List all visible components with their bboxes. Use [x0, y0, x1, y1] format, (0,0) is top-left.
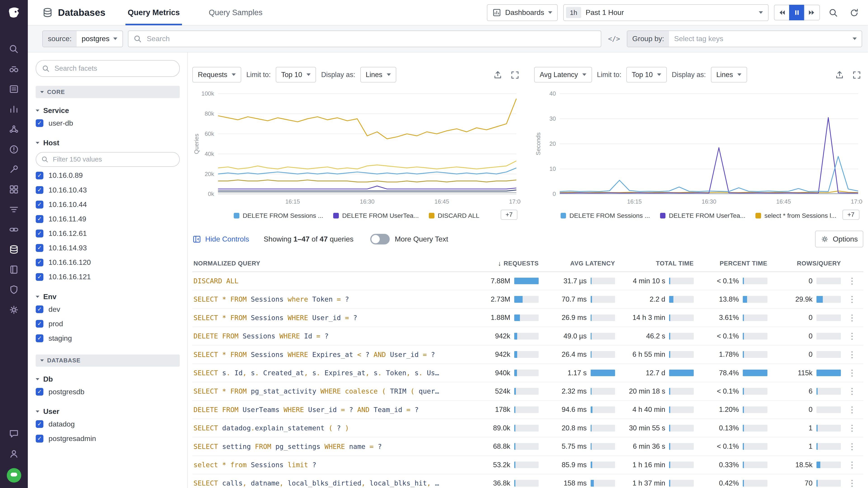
checkbox-checked-icon[interactable]: ✓ [36, 186, 43, 194]
export-icon[interactable] [491, 68, 503, 80]
checkbox-checked-icon[interactable]: ✓ [36, 172, 43, 180]
normalized-query-cell[interactable]: SELECT s. Id, s. Created_at, s. Expires_… [192, 369, 471, 377]
row-menu-icon[interactable]: ⋮ [841, 294, 863, 304]
table-row[interactable]: SELECT datadog.explain_statement ( ? )89… [192, 419, 863, 437]
normalized-query-cell[interactable]: DELETE FROM UserTeams WHERE User_id = ? … [192, 406, 471, 414]
checkbox-checked-icon[interactable]: ✓ [36, 305, 43, 313]
row-menu-icon[interactable]: ⋮ [841, 313, 863, 323]
legend-more-badge[interactable]: +7 [501, 210, 518, 220]
row-menu-icon[interactable]: ⋮ [841, 460, 863, 470]
checkbox-checked-icon[interactable]: ✓ [36, 201, 43, 208]
row-menu-icon[interactable]: ⋮ [841, 276, 863, 286]
user-avatar[interactable] [7, 468, 21, 483]
limit-dropdown[interactable]: Top 10 [626, 67, 667, 83]
table-row[interactable]: DELETE FROM Sessions WHERE Id = ?942k49.… [192, 327, 863, 346]
legend-more-badge[interactable]: +7 [842, 210, 859, 220]
normalized-query-cell[interactable]: DELETE FROM Sessions WHERE Id = ? [192, 332, 471, 340]
tab-query-metrics[interactable]: Query Metrics [125, 0, 182, 25]
export-icon[interactable] [833, 68, 845, 80]
security-icon[interactable] [8, 284, 20, 296]
facet-value-item[interactable]: ✓10.16.12.61 [36, 226, 180, 240]
table-row[interactable]: SELECT * FROM Sessions where Token = ?2.… [192, 290, 863, 308]
table-row[interactable]: select * from Sessions limit ?53.2k85.9 … [192, 456, 863, 474]
row-menu-icon[interactable]: ⋮ [841, 350, 863, 359]
row-menu-icon[interactable]: ⋮ [841, 423, 863, 433]
normalized-query-cell[interactable]: select * from Sessions limit ? [192, 461, 471, 469]
normalized-query-cell[interactable]: SELECT calls, datname, local_blks_dirtie… [192, 479, 471, 487]
checkbox-checked-icon[interactable]: ✓ [36, 119, 43, 127]
account-icon[interactable] [8, 448, 20, 460]
synthetics-icon[interactable] [8, 163, 20, 175]
checkbox-checked-icon[interactable]: ✓ [36, 420, 43, 428]
facet-value-item[interactable]: ✓10.16.16.120 [36, 255, 180, 270]
checkbox-checked-icon[interactable]: ✓ [36, 435, 43, 443]
row-menu-icon[interactable]: ⋮ [841, 478, 863, 488]
facet-filter-input[interactable] [52, 155, 174, 164]
hide-controls-button[interactable]: Hide Controls [192, 235, 249, 243]
facet-search-input[interactable] [53, 64, 174, 73]
pause-button[interactable] [789, 5, 805, 20]
normalized-query-cell[interactable]: SELECT * FROM pg_stat_activity WHERE coa… [192, 387, 471, 395]
column-header-rows-query[interactable]: ROWS/QUERY [767, 260, 841, 267]
table-row[interactable]: DELETE FROM UserTeams WHERE User_id = ? … [192, 401, 863, 419]
row-menu-icon[interactable]: ⋮ [841, 386, 863, 396]
facet-section-header[interactable]: DATABASE [36, 355, 180, 367]
settings-icon[interactable] [8, 304, 20, 316]
source-filter[interactable]: source: postgres [42, 31, 123, 47]
facet-value-item[interactable]: ✓user-db [36, 116, 180, 130]
facet-value-item[interactable]: ✓postgresdb [36, 385, 180, 399]
legend-item[interactable]: DELETE FROM Sessions ... [561, 212, 650, 219]
legend-item[interactable]: DELETE FROM UserTea... [333, 212, 418, 219]
facet-value-item[interactable]: ✓prod [36, 317, 180, 331]
toggle-switch[interactable] [370, 234, 390, 245]
checkbox-checked-icon[interactable]: ✓ [36, 244, 43, 252]
checkbox-checked-icon[interactable]: ✓ [36, 215, 43, 223]
column-header-percent-time[interactable]: PERCENT TIME [694, 260, 767, 267]
legend-item[interactable]: select * from Sessions l... [755, 212, 836, 219]
normalized-query-cell[interactable]: SELECT * FROM Sessions where Token = ? [192, 295, 471, 303]
display-dropdown[interactable]: Lines [360, 67, 397, 83]
checkbox-checked-icon[interactable]: ✓ [36, 259, 43, 267]
normalized-query-cell[interactable]: SELECT setting FROM pg_settings WHERE na… [192, 443, 471, 451]
options-button[interactable]: Options [815, 231, 863, 248]
facet-group-header[interactable]: User [36, 406, 180, 417]
search-input[interactable] [146, 34, 596, 43]
tab-query-samples[interactable]: Query Samples [207, 0, 265, 25]
help-icon[interactable] [8, 427, 20, 440]
group-by-select[interactable]: Group by: Select tag keys [627, 31, 862, 47]
dashboards-button[interactable]: Dashboards [487, 4, 558, 21]
table-row[interactable]: SELECT s. Id, s. Created_at, s. Expires_… [192, 364, 863, 382]
events-icon[interactable] [8, 83, 20, 95]
checkbox-checked-icon[interactable]: ✓ [36, 230, 43, 237]
requests-line-chart[interactable]: 0k20k40k60k80k100k16:1516:3016:4517:00Qu… [192, 89, 521, 207]
facet-group-header[interactable]: Env [36, 291, 180, 302]
facet-group-header[interactable]: Service [36, 105, 180, 116]
table-row[interactable]: SELECT calls, datname, local_blks_dirtie… [192, 474, 863, 488]
more-query-text-toggle[interactable]: More Query Text [370, 234, 448, 245]
row-menu-icon[interactable]: ⋮ [841, 331, 863, 341]
network-icon[interactable] [8, 123, 20, 135]
metrics-icon[interactable] [8, 103, 20, 115]
checkbox-checked-icon[interactable]: ✓ [36, 320, 43, 328]
databases-icon[interactable] [8, 243, 20, 256]
limit-dropdown[interactable]: Top 10 [276, 67, 316, 83]
facet-value-item[interactable]: ✓staging [36, 331, 180, 346]
facet-value-item[interactable]: ✓postgresadmin [36, 431, 180, 446]
latency-line-chart[interactable]: 01020304016:1516:3016:4517:00Seconds [534, 89, 863, 207]
expand-icon[interactable] [508, 68, 521, 80]
expand-icon[interactable] [850, 68, 863, 80]
normalized-query-cell[interactable]: SELECT * FROM Sessions WHERE User_id = ? [192, 314, 471, 322]
row-menu-icon[interactable]: ⋮ [841, 405, 863, 415]
facet-value-item[interactable]: ✓10.16.0.89 [36, 168, 180, 183]
metric-dropdown[interactable]: Requests [192, 67, 241, 83]
column-header-avg-latency[interactable]: AVG LATENCY [539, 260, 615, 267]
facet-value-item[interactable]: ✓dev [36, 302, 180, 317]
table-row[interactable]: SELECT * FROM Sessions WHERE Expires_at … [192, 346, 863, 364]
refresh-button[interactable] [846, 5, 862, 20]
checkbox-checked-icon[interactable]: ✓ [36, 334, 43, 342]
facet-value-item[interactable]: ✓10.16.16.121 [36, 270, 180, 284]
facet-section-header[interactable]: CORE [36, 86, 180, 98]
column-header-normalized-query[interactable]: NORMALIZED QUERY [192, 260, 471, 267]
normalized-query-cell[interactable]: SELECT datadog.explain_statement ( ? ) [192, 424, 471, 432]
row-menu-icon[interactable]: ⋮ [841, 442, 863, 451]
